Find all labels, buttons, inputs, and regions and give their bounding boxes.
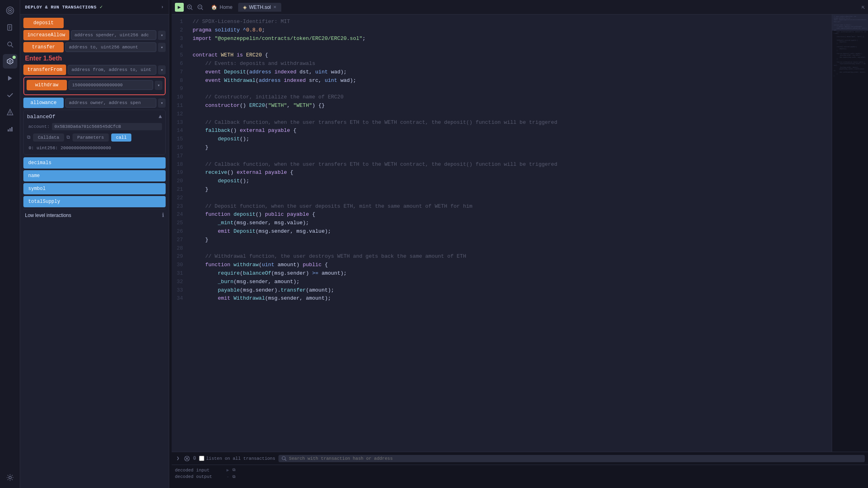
logo-icon[interactable] <box>3 3 17 18</box>
svg-point-2 <box>9 10 11 11</box>
symbol-button[interactable]: symbol <box>23 183 166 194</box>
transfer-dropdown[interactable]: ▾ <box>158 43 166 52</box>
listen-label: listen on all transactions <box>206 456 275 461</box>
transferfrom-dropdown[interactable]: ▾ <box>158 65 166 75</box>
svg-marker-9 <box>7 58 13 64</box>
enter-hint: Enter 1.5eth <box>23 54 166 65</box>
low-level-info-icon[interactable]: ℹ <box>162 212 164 219</box>
increaseallow-row: increaseAllow address spender, uint256 a… <box>23 30 166 40</box>
listen-checkbox: listen on all transactions <box>199 456 275 461</box>
code-content[interactable]: // SPDX-License-Identifier: MIT pragma s… <box>188 15 832 452</box>
withdraw-value[interactable]: 1500000000000000000 <box>69 80 153 90</box>
listen-input[interactable] <box>199 456 204 461</box>
tab-bar: 🏠 Home ◈ WETH.sol ✕ <box>206 3 860 12</box>
expand-deploy-icon[interactable]: › <box>161 4 164 10</box>
totalsupply-button[interactable]: totalSupply <box>23 196 166 207</box>
withdraw-row: withdraw 1500000000000000000 ▾ <box>27 80 162 90</box>
balanceof-section: balanceOf ▲ account: 0x5B38Da6a701c56854… <box>23 110 166 155</box>
increaseallow-button[interactable]: increaseAllow <box>23 30 69 40</box>
deploy-panel: DEPLOY & RUN TRANSACTIONS ✓ › deposit in… <box>20 0 169 488</box>
decimals-button[interactable]: decimals <box>23 157 166 169</box>
tx-count: 0 <box>193 456 196 461</box>
deploy-header: DEPLOY & RUN TRANSACTIONS ✓ › <box>20 0 169 15</box>
transfer-input[interactable]: address to, uint256 amount <box>65 42 156 52</box>
tab-expand-icon[interactable]: ⇱ <box>862 4 865 10</box>
deposit-button[interactable]: deposit <box>23 18 64 28</box>
debug-icon[interactable] <box>3 105 17 119</box>
deploy-nav-icon[interactable] <box>3 71 17 86</box>
balanceof-header: balanceOf ▲ <box>27 113 162 120</box>
call-button[interactable]: call <box>111 133 131 142</box>
account-value: 0x5B38Da6a701c568545dCfcB <box>52 123 162 130</box>
check-nav-icon[interactable] <box>3 88 17 102</box>
allowance-dropdown[interactable]: ▾ <box>158 98 166 108</box>
withdraw-dropdown[interactable]: ▾ <box>155 81 162 90</box>
decoded-output-row: decoded output - ⧉ <box>175 473 865 480</box>
decoded-output-copy-icon[interactable]: ⧉ <box>233 475 235 479</box>
name-button[interactable]: name <box>23 170 166 181</box>
tab-home[interactable]: 🏠 Home <box>206 3 237 12</box>
clear-button[interactable] <box>183 455 191 462</box>
allowance-button[interactable]: allowance <box>23 98 64 108</box>
transfer-row: transfer address to, uint256 amount ▾ <box>23 42 166 52</box>
low-level-section: Low level interactions ℹ <box>23 209 166 221</box>
tab-home-label: Home <box>220 4 233 10</box>
search-nav-icon[interactable] <box>3 37 17 52</box>
svg-line-24 <box>201 8 203 10</box>
tab-weth-label: WETH.sol <box>249 4 271 10</box>
svg-rect-16 <box>9 128 10 131</box>
calldata-copy-icon[interactable]: ⧉ <box>27 135 31 140</box>
bottom-expand-icon[interactable]: ❯ <box>175 454 181 463</box>
check-status-icon: ✓ <box>100 4 103 10</box>
plugin-icon[interactable] <box>3 54 17 69</box>
bottom-toolbar: ❯ 0 listen on all transactions <box>172 452 868 465</box>
deploy-title: DEPLOY & RUN TRANSACTIONS <box>25 5 97 10</box>
svg-line-30 <box>285 459 286 461</box>
svg-marker-11 <box>8 76 12 81</box>
bottom-content: decoded input ▶ ⧉ decoded output - ⧉ <box>172 465 868 488</box>
balanceof-title: balanceOf <box>27 114 55 120</box>
minimap: // SPDX-License-Identifier: MIT pragma s… <box>832 15 868 452</box>
zoom-in-button[interactable] <box>185 3 194 12</box>
decoded-input-copy-icon[interactable]: ⧉ <box>233 468 235 472</box>
account-label: account: <box>27 124 50 129</box>
transferfrom-row: transferFrom address from, address to, u… <box>23 65 166 75</box>
analytics-icon[interactable] <box>3 122 17 136</box>
tx-search-input[interactable] <box>289 456 862 461</box>
settings-icon[interactable] <box>3 470 17 485</box>
withdraw-button[interactable]: withdraw <box>27 80 67 90</box>
svg-rect-15 <box>8 129 9 131</box>
allowance-row: allowance address owner, address spen ▾ <box>23 98 166 108</box>
call-row: ⧉ Calldata ⧉ Parameters call <box>27 133 162 142</box>
svg-line-8 <box>11 46 13 47</box>
calldata-tab[interactable]: Calldata <box>33 133 64 142</box>
balanceof-result: 0: uint256: 2000000000000000000 <box>27 145 162 151</box>
files-icon[interactable] <box>3 20 17 35</box>
home-tab-icon: 🏠 <box>211 4 217 10</box>
parameters-copy-icon[interactable]: ⧉ <box>66 135 70 140</box>
svg-rect-17 <box>11 127 12 131</box>
zoom-out-button[interactable] <box>196 3 205 12</box>
parameters-tab[interactable]: Parameters <box>73 133 109 142</box>
allowance-input[interactable]: address owner, address spen <box>65 98 156 108</box>
increaseallow-input[interactable]: address spender, uint256 adc <box>71 30 157 40</box>
svg-point-10 <box>9 60 11 63</box>
decoded-output-value: - <box>226 474 229 479</box>
decoded-input-row: decoded input ▶ ⧉ <box>175 467 865 473</box>
withdraw-highlighted-box: withdraw 1500000000000000000 ▾ <box>23 77 166 95</box>
weth-tab-icon: ◈ <box>243 4 247 10</box>
editor-area: ▶ 🏠 Home ◈ WETH.sol ✕ <box>172 0 868 488</box>
transferfrom-input[interactable]: address from, address to, uint <box>68 65 156 75</box>
transferfrom-button[interactable]: transferFrom <box>23 65 66 75</box>
weth-tab-close[interactable]: ✕ <box>273 5 276 9</box>
account-row: account: 0x5B38Da6a701c568545dCfcB <box>27 123 162 130</box>
balanceof-collapse-icon[interactable]: ▲ <box>159 113 162 120</box>
tab-weth[interactable]: ◈ WETH.sol ✕ <box>238 3 281 12</box>
increaseallow-dropdown[interactable]: ▾ <box>158 31 166 40</box>
decoded-input-expand-icon[interactable]: ▶ <box>226 467 229 473</box>
transfer-button[interactable]: transfer <box>23 42 64 52</box>
line-numbers: 12345 678910 1112131415 1617181920 21222… <box>172 15 188 452</box>
tx-search-box <box>278 455 865 462</box>
svg-point-18 <box>9 476 11 479</box>
run-button[interactable]: ▶ <box>175 3 184 12</box>
